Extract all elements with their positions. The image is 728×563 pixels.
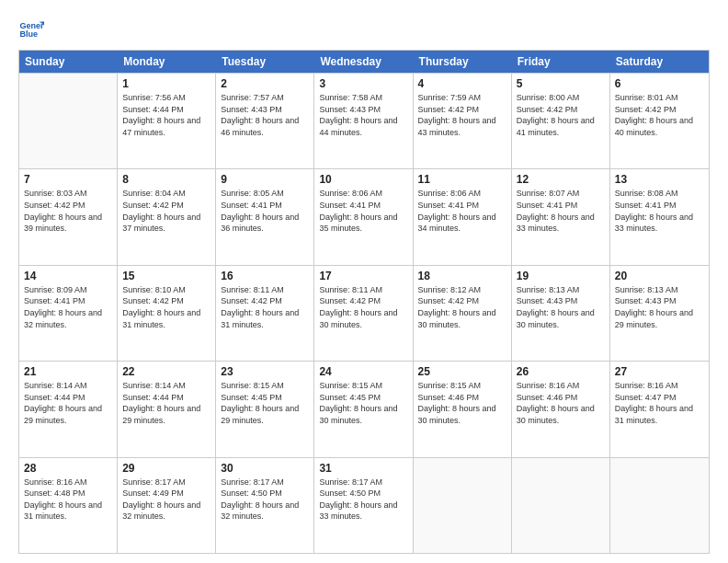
calendar-cell: 8 Sunrise: 8:04 AM Sunset: 4:42 PM Dayli… <box>118 169 216 264</box>
day-number: 27 <box>615 365 704 378</box>
day-info: Sunrise: 8:11 AM Sunset: 4:42 PM Dayligh… <box>319 284 407 330</box>
calendar-header-day: Tuesday <box>216 51 314 73</box>
day-info: Sunrise: 8:13 AM Sunset: 4:43 PM Dayligh… <box>615 284 704 330</box>
day-info: Sunrise: 8:06 AM Sunset: 4:41 PM Dayligh… <box>319 188 407 234</box>
calendar-header-day: Wednesday <box>314 51 413 73</box>
calendar-cell: 19 Sunrise: 8:13 AM Sunset: 4:43 PM Dayl… <box>512 266 610 361</box>
calendar-cell <box>610 458 709 553</box>
day-number: 17 <box>319 270 407 282</box>
calendar-cell: 4 Sunrise: 7:59 AM Sunset: 4:42 PM Dayli… <box>414 74 512 168</box>
calendar-cell: 13 Sunrise: 8:08 AM Sunset: 4:41 PM Dayl… <box>610 169 709 264</box>
day-number: 25 <box>418 365 506 378</box>
day-info: Sunrise: 8:11 AM Sunset: 4:42 PM Dayligh… <box>221 284 309 330</box>
day-info: Sunrise: 8:16 AM Sunset: 4:47 PM Dayligh… <box>615 380 704 426</box>
day-info: Sunrise: 7:58 AM Sunset: 4:43 PM Dayligh… <box>319 92 407 138</box>
calendar-cell: 28 Sunrise: 8:16 AM Sunset: 4:48 PM Dayl… <box>19 458 118 553</box>
day-info: Sunrise: 8:12 AM Sunset: 4:42 PM Dayligh… <box>418 284 506 330</box>
day-number: 4 <box>418 77 506 90</box>
day-number: 13 <box>615 173 704 186</box>
calendar-week-row: 14 Sunrise: 8:09 AM Sunset: 4:41 PM Dayl… <box>19 265 709 361</box>
day-info: Sunrise: 8:04 AM Sunset: 4:42 PM Dayligh… <box>122 188 210 234</box>
day-number: 29 <box>122 462 210 475</box>
day-number: 31 <box>319 462 407 475</box>
calendar-cell: 1 Sunrise: 7:56 AM Sunset: 4:44 PM Dayli… <box>118 74 216 168</box>
day-number: 7 <box>24 173 112 186</box>
calendar-cell: 29 Sunrise: 8:17 AM Sunset: 4:49 PM Dayl… <box>118 458 216 553</box>
day-info: Sunrise: 8:09 AM Sunset: 4:41 PM Dayligh… <box>24 284 112 330</box>
day-info: Sunrise: 8:07 AM Sunset: 4:41 PM Dayligh… <box>517 188 605 234</box>
calendar-cell: 11 Sunrise: 8:06 AM Sunset: 4:41 PM Dayl… <box>414 169 512 264</box>
day-number: 5 <box>517 77 605 90</box>
calendar-cell: 18 Sunrise: 8:12 AM Sunset: 4:42 PM Dayl… <box>414 266 512 361</box>
calendar-cell <box>414 458 512 553</box>
day-info: Sunrise: 7:59 AM Sunset: 4:42 PM Dayligh… <box>418 92 506 138</box>
calendar-header-day: Thursday <box>414 51 512 73</box>
day-number: 21 <box>24 365 112 378</box>
calendar-cell: 3 Sunrise: 7:58 AM Sunset: 4:43 PM Dayli… <box>314 74 413 168</box>
calendar-cell: 31 Sunrise: 8:17 AM Sunset: 4:50 PM Dayl… <box>314 458 413 553</box>
calendar-cell: 6 Sunrise: 8:01 AM Sunset: 4:42 PM Dayli… <box>610 74 709 168</box>
day-number: 9 <box>221 173 309 186</box>
day-number: 16 <box>221 270 309 282</box>
calendar-cell: 9 Sunrise: 8:05 AM Sunset: 4:41 PM Dayli… <box>216 169 314 264</box>
day-info: Sunrise: 8:17 AM Sunset: 4:50 PM Dayligh… <box>319 477 407 523</box>
day-number: 12 <box>517 173 605 186</box>
day-info: Sunrise: 8:08 AM Sunset: 4:41 PM Dayligh… <box>615 188 704 234</box>
calendar-cell: 5 Sunrise: 8:00 AM Sunset: 4:42 PM Dayli… <box>512 74 610 168</box>
day-number: 3 <box>319 77 407 90</box>
day-number: 1 <box>122 77 210 90</box>
day-info: Sunrise: 8:00 AM Sunset: 4:42 PM Dayligh… <box>517 92 605 138</box>
svg-text:Blue: Blue <box>19 29 38 39</box>
day-info: Sunrise: 8:15 AM Sunset: 4:46 PM Dayligh… <box>418 380 506 426</box>
calendar-cell: 15 Sunrise: 8:10 AM Sunset: 4:42 PM Dayl… <box>118 266 216 361</box>
calendar-cell: 16 Sunrise: 8:11 AM Sunset: 4:42 PM Dayl… <box>216 266 314 361</box>
calendar: SundayMondayTuesdayWednesdayThursdayFrid… <box>18 50 710 554</box>
calendar-week-row: 21 Sunrise: 8:14 AM Sunset: 4:44 PM Dayl… <box>19 361 709 456</box>
calendar-cell: 17 Sunrise: 8:11 AM Sunset: 4:42 PM Dayl… <box>314 266 413 361</box>
calendar-cell: 26 Sunrise: 8:16 AM Sunset: 4:46 PM Dayl… <box>512 362 610 456</box>
logo: General Blue <box>18 17 48 42</box>
calendar-cell: 25 Sunrise: 8:15 AM Sunset: 4:46 PM Dayl… <box>414 362 512 456</box>
calendar-cell: 30 Sunrise: 8:17 AM Sunset: 4:50 PM Dayl… <box>216 458 314 553</box>
day-info: Sunrise: 8:15 AM Sunset: 4:45 PM Dayligh… <box>319 380 407 426</box>
calendar-cell: 10 Sunrise: 8:06 AM Sunset: 4:41 PM Dayl… <box>314 169 413 264</box>
day-number: 10 <box>319 173 407 186</box>
day-number: 22 <box>122 365 210 378</box>
day-info: Sunrise: 8:14 AM Sunset: 4:44 PM Dayligh… <box>122 380 210 426</box>
day-number: 19 <box>517 270 605 282</box>
calendar-cell: 23 Sunrise: 8:15 AM Sunset: 4:45 PM Dayl… <box>216 362 314 456</box>
day-number: 14 <box>24 270 112 282</box>
logo-icon: General Blue <box>18 17 44 42</box>
day-info: Sunrise: 8:06 AM Sunset: 4:41 PM Dayligh… <box>418 188 506 234</box>
day-number: 11 <box>418 173 506 186</box>
day-info: Sunrise: 8:10 AM Sunset: 4:42 PM Dayligh… <box>122 284 210 330</box>
calendar-cell: 27 Sunrise: 8:16 AM Sunset: 4:47 PM Dayl… <box>610 362 709 456</box>
calendar-cell: 12 Sunrise: 8:07 AM Sunset: 4:41 PM Dayl… <box>512 169 610 264</box>
day-number: 26 <box>517 365 605 378</box>
day-info: Sunrise: 8:14 AM Sunset: 4:44 PM Dayligh… <box>24 380 112 426</box>
day-info: Sunrise: 8:17 AM Sunset: 4:49 PM Dayligh… <box>122 477 210 523</box>
calendar-header-day: Monday <box>118 51 216 73</box>
day-number: 28 <box>24 462 112 475</box>
day-number: 6 <box>615 77 704 90</box>
calendar-cell: 22 Sunrise: 8:14 AM Sunset: 4:44 PM Dayl… <box>118 362 216 456</box>
day-info: Sunrise: 8:16 AM Sunset: 4:48 PM Dayligh… <box>24 477 112 523</box>
calendar-cell: 24 Sunrise: 8:15 AM Sunset: 4:45 PM Dayl… <box>314 362 413 456</box>
calendar-week-row: 7 Sunrise: 8:03 AM Sunset: 4:42 PM Dayli… <box>19 168 709 264</box>
calendar-cell: 2 Sunrise: 7:57 AM Sunset: 4:43 PM Dayli… <box>216 74 314 168</box>
day-number: 8 <box>122 173 210 186</box>
calendar-header-day: Saturday <box>610 51 709 73</box>
calendar-header-day: Friday <box>512 51 610 73</box>
day-info: Sunrise: 8:03 AM Sunset: 4:42 PM Dayligh… <box>24 188 112 234</box>
page: General Blue SundayMondayTuesdayWednesda… <box>0 0 728 563</box>
day-info: Sunrise: 8:16 AM Sunset: 4:46 PM Dayligh… <box>517 380 605 426</box>
day-number: 30 <box>221 462 309 475</box>
calendar-header: SundayMondayTuesdayWednesdayThursdayFrid… <box>19 51 709 73</box>
day-info: Sunrise: 7:57 AM Sunset: 4:43 PM Dayligh… <box>221 92 309 138</box>
calendar-week-row: 28 Sunrise: 8:16 AM Sunset: 4:48 PM Dayl… <box>19 457 709 553</box>
header: General Blue <box>18 17 710 42</box>
calendar-cell: 21 Sunrise: 8:14 AM Sunset: 4:44 PM Dayl… <box>19 362 118 456</box>
day-info: Sunrise: 8:17 AM Sunset: 4:50 PM Dayligh… <box>221 477 309 523</box>
day-info: Sunrise: 8:15 AM Sunset: 4:45 PM Dayligh… <box>221 380 309 426</box>
day-number: 24 <box>319 365 407 378</box>
